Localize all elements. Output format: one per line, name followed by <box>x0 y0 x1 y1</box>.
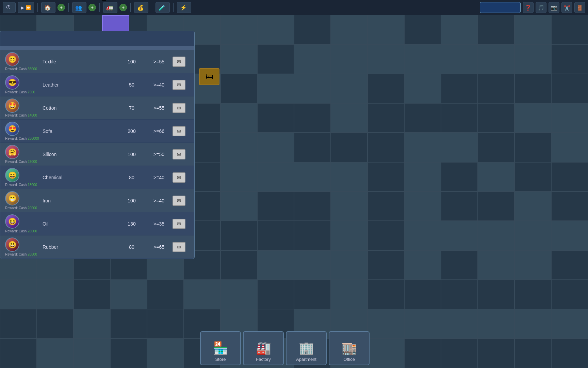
grid-cell[interactable] <box>478 133 514 162</box>
grid-cell[interactable] <box>551 339 588 368</box>
grid-cell[interactable] <box>331 250 368 280</box>
grid-cell[interactable] <box>404 339 441 368</box>
grid-cell[interactable] <box>74 339 110 368</box>
grid-cell[interactable] <box>294 280 331 309</box>
grid-cell[interactable] <box>441 191 478 221</box>
grid-cell[interactable] <box>74 280 110 309</box>
grid-cell[interactable] <box>551 74 588 103</box>
grid-cell[interactable] <box>514 74 551 103</box>
grid-cell[interactable] <box>368 250 404 280</box>
grid-cell[interactable] <box>441 309 478 338</box>
grid-cell[interactable] <box>37 339 74 368</box>
grid-cell[interactable] <box>404 44 441 74</box>
grid-cell[interactable] <box>257 133 294 162</box>
grid-cell[interactable] <box>331 191 368 221</box>
grid-cell[interactable] <box>220 221 257 250</box>
mail-button[interactable]: ✉ <box>173 196 185 206</box>
mail-button[interactable]: ✉ <box>173 219 185 229</box>
grid-cell[interactable] <box>551 44 588 74</box>
grid-cell[interactable] <box>294 221 331 250</box>
grid-cell[interactable] <box>478 280 514 309</box>
grid-cell[interactable] <box>257 280 294 309</box>
grid-cell[interactable] <box>404 250 441 280</box>
grid-cell[interactable] <box>110 280 147 309</box>
grid-cell[interactable] <box>220 15 257 44</box>
grid-cell[interactable] <box>441 103 478 133</box>
grid-cell[interactable] <box>184 280 220 309</box>
grid-cell[interactable] <box>478 191 514 221</box>
grid-cell[interactable] <box>441 44 478 74</box>
grid-cell[interactable] <box>331 280 368 309</box>
grid-cell[interactable] <box>441 250 478 280</box>
music-button[interactable]: 🎵 <box>536 2 546 13</box>
grid-cell[interactable] <box>331 74 368 103</box>
grid-cell[interactable] <box>514 250 551 280</box>
grid-cell[interactable] <box>0 309 37 338</box>
grid-cell[interactable] <box>331 221 368 250</box>
grid-cell[interactable] <box>294 162 331 191</box>
grid-cell[interactable] <box>478 339 514 368</box>
grid-cell[interactable] <box>368 221 404 250</box>
grid-cell[interactable] <box>441 339 478 368</box>
grid-cell[interactable] <box>478 221 514 250</box>
grid-cell[interactable] <box>257 74 294 103</box>
grid-cell[interactable] <box>441 280 478 309</box>
grid-cell[interactable] <box>368 339 404 368</box>
grid-cell[interactable] <box>37 309 74 338</box>
grid-cell[interactable] <box>404 15 441 44</box>
grid-cell[interactable] <box>368 309 404 338</box>
grid-cell[interactable] <box>331 15 368 44</box>
grid-cell[interactable] <box>514 133 551 162</box>
grid-cell[interactable] <box>331 44 368 74</box>
grid-cell[interactable] <box>404 280 441 309</box>
mail-button[interactable]: ✉ <box>173 103 185 113</box>
grid-cell[interactable] <box>257 44 294 74</box>
grid-cell[interactable] <box>331 133 368 162</box>
grid-cell[interactable] <box>257 15 294 44</box>
grid-cell[interactable] <box>220 74 257 103</box>
grid-cell[interactable] <box>404 309 441 338</box>
grid-cell[interactable] <box>368 133 404 162</box>
grid-cell[interactable] <box>404 133 441 162</box>
grid-cell[interactable] <box>220 280 257 309</box>
order-close-button[interactable] <box>181 34 190 43</box>
grid-cell[interactable] <box>441 15 478 44</box>
grid-cell[interactable] <box>514 280 551 309</box>
grid-cell[interactable] <box>478 74 514 103</box>
grid-cell[interactable] <box>220 133 257 162</box>
mail-button[interactable]: ✉ <box>173 126 185 136</box>
grid-cell[interactable] <box>294 44 331 74</box>
grid-cell[interactable] <box>514 191 551 221</box>
bed-item[interactable]: 🛏 <box>197 68 221 86</box>
grid-cell[interactable] <box>331 162 368 191</box>
grid-cell[interactable] <box>478 15 514 44</box>
grid-cell[interactable] <box>478 250 514 280</box>
grid-cell[interactable] <box>478 309 514 338</box>
grid-cell[interactable] <box>294 250 331 280</box>
grid-cell[interactable] <box>0 280 37 309</box>
grid-cell[interactable] <box>441 221 478 250</box>
add-population-button[interactable]: + <box>88 4 96 11</box>
grid-cell[interactable] <box>551 162 588 191</box>
grid-cell[interactable] <box>404 74 441 103</box>
exit-button[interactable]: 🚪 <box>574 2 585 13</box>
grid-cell[interactable] <box>331 103 368 133</box>
mail-button[interactable]: ✉ <box>173 172 185 183</box>
grid-cell[interactable] <box>147 339 184 368</box>
grid-cell[interactable] <box>551 280 588 309</box>
build-factory-button[interactable]: 🏭 Factory <box>243 331 284 365</box>
grid-cell[interactable] <box>551 191 588 221</box>
grid-cell[interactable] <box>257 191 294 221</box>
grid-cell[interactable] <box>0 339 37 368</box>
grid-cell[interactable] <box>368 280 404 309</box>
build-office-button[interactable]: 🏬 Office <box>329 331 370 365</box>
add-transport-button[interactable]: + <box>119 4 127 11</box>
grid-cell[interactable] <box>551 133 588 162</box>
grid-cell[interactable] <box>551 250 588 280</box>
grid-cell[interactable] <box>220 162 257 191</box>
play-controls[interactable]: ▶ ⏩ <box>18 2 34 13</box>
grid-cell[interactable] <box>368 74 404 103</box>
grid-cell[interactable] <box>368 44 404 74</box>
grid-cell[interactable] <box>514 339 551 368</box>
add-house-button[interactable]: + <box>58 4 65 11</box>
